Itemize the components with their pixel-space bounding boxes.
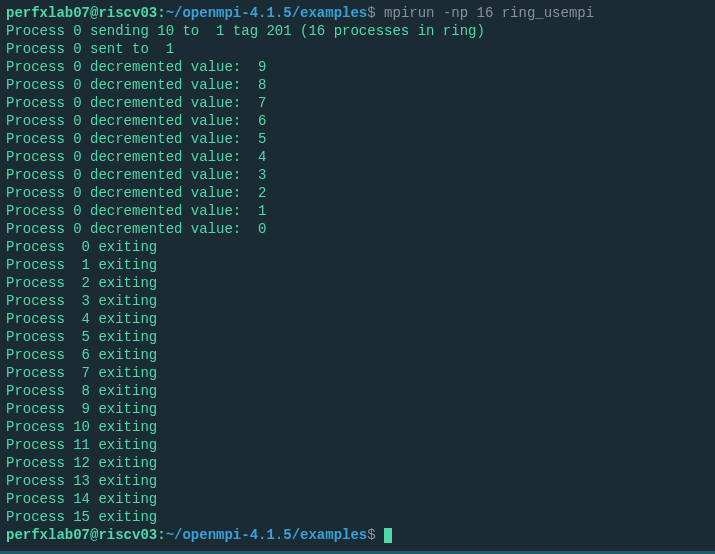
prompt-line-1: perfxlab07@riscv03:~/openmpi-4.1.5/examp… [6, 4, 709, 22]
output-line: Process 0 decremented value: 4 [6, 148, 709, 166]
prompt-user: perfxlab07@riscv03 [6, 5, 157, 21]
cursor-icon [384, 528, 392, 543]
prompt-colon: : [157, 5, 165, 21]
prompt-path: ~/openmpi-4.1.5/examples [166, 5, 368, 21]
prompt-line-2: perfxlab07@riscv03:~/openmpi-4.1.5/examp… [6, 526, 709, 544]
output-line: Process 0 sending 10 to 1 tag 201 (16 pr… [6, 22, 709, 40]
output-line: Process 6 exiting [6, 346, 709, 364]
output-line: Process 0 decremented value: 2 [6, 184, 709, 202]
output-line: Process 3 exiting [6, 292, 709, 310]
output-line: Process 0 sent to 1 [6, 40, 709, 58]
output-line: Process 0 decremented value: 8 [6, 76, 709, 94]
output-line: Process 0 decremented value: 3 [6, 166, 709, 184]
output-line: Process 0 decremented value: 5 [6, 130, 709, 148]
command-text: mpirun -np 16 ring_usempi [376, 5, 594, 21]
output-line: Process 0 decremented value: 1 [6, 202, 709, 220]
prompt-path: ~/openmpi-4.1.5/examples [166, 527, 368, 543]
output-line: Process 13 exiting [6, 472, 709, 490]
output-line: Process 0 decremented value: 6 [6, 112, 709, 130]
output-line: Process 0 exiting [6, 238, 709, 256]
output-line: Process 4 exiting [6, 310, 709, 328]
prompt-user: perfxlab07@riscv03 [6, 527, 157, 543]
output-line: Process 1 exiting [6, 256, 709, 274]
output-line: Process 14 exiting [6, 490, 709, 508]
prompt-space [376, 527, 384, 543]
output-line: Process 8 exiting [6, 382, 709, 400]
output-line: Process 10 exiting [6, 418, 709, 436]
output-line: Process 0 decremented value: 9 [6, 58, 709, 76]
output-line: Process 0 decremented value: 7 [6, 94, 709, 112]
prompt-colon: : [157, 527, 165, 543]
output-line: Process 15 exiting [6, 508, 709, 526]
output-line: Process 12 exiting [6, 454, 709, 472]
output-line: Process 0 decremented value: 0 [6, 220, 709, 238]
prompt-dollar: $ [367, 527, 375, 543]
output-line: Process 7 exiting [6, 364, 709, 382]
output-line: Process 9 exiting [6, 400, 709, 418]
output-line: Process 5 exiting [6, 328, 709, 346]
terminal[interactable]: perfxlab07@riscv03:~/openmpi-4.1.5/examp… [6, 4, 709, 544]
prompt-dollar: $ [367, 5, 375, 21]
output-line: Process 11 exiting [6, 436, 709, 454]
output-line: Process 2 exiting [6, 274, 709, 292]
